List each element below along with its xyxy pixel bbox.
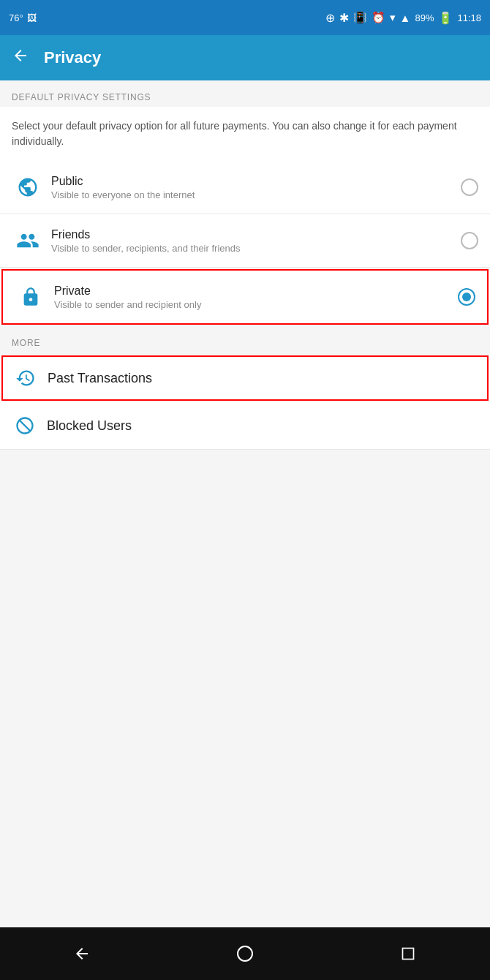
battery-icon: 🔋 [438,11,453,25]
alarm-icon: ⏰ [372,11,385,24]
past-transactions-title: Past Transactions [48,371,152,386]
blocked-users-icon [12,412,38,439]
public-subtitle: Visible to everyone on the internet [51,189,461,200]
private-subtitle: Visible to sender and recipient only [54,299,458,310]
private-icon [15,281,47,313]
status-bar: 76° 🖼 ⊕ ✱ 📳 ⏰ ▾ ▲ 89% 🔋 11:18 [0,0,490,35]
blocked-users-row[interactable]: Blocked Users [0,402,490,450]
bluetooth-icon: ✱ [339,11,349,25]
more-section-label: MORE [0,326,490,354]
default-section-label: DEFAULT PRIVACY SETTINGS [0,80,490,102]
option-public[interactable]: Public Visible to everyone on the intern… [0,161,490,214]
add-circle-icon: ⊕ [325,11,335,25]
description-text: Select your default privacy option for a… [12,118,478,149]
battery-percent: 89% [415,12,434,23]
private-radio[interactable] [458,288,475,306]
status-left: 76° 🖼 [9,12,37,23]
public-text: Public Visible to everyone on the intern… [51,175,461,200]
private-radio-inner [462,293,471,301]
blocked-users-title: Blocked Users [47,418,132,434]
public-radio[interactable] [461,178,478,196]
back-button[interactable] [12,47,29,69]
nav-home-button[interactable] [223,932,267,976]
description-section: Select your default privacy option for a… [0,107,490,161]
private-text: Private Visible to sender and recipient … [54,284,458,310]
signal-icon: ▲ [400,12,411,24]
svg-point-0 [238,946,252,961]
nav-bar [0,927,490,980]
temp-display: 76° [9,12,23,23]
friends-title: Friends [51,228,461,241]
nav-recent-button[interactable] [386,932,430,976]
private-title: Private [54,284,458,298]
public-icon [12,171,44,203]
friends-text: Friends Visible to sender, recipients, a… [51,228,461,254]
option-friends[interactable]: Friends Visible to sender, recipients, a… [0,214,490,268]
friends-subtitle: Visible to sender, recipients, and their… [51,243,461,254]
page-title: Privacy [44,48,101,67]
vibrate-icon: 📳 [353,11,367,24]
svg-rect-1 [403,949,414,960]
time-display: 11:18 [457,12,481,23]
header: Privacy [0,35,490,80]
option-private[interactable]: Private Visible to sender and recipient … [1,269,489,325]
past-transactions-icon [12,365,39,391]
wifi-icon: ▾ [390,11,396,24]
more-section: Past Transactions Blocked Users [0,355,490,450]
friends-radio[interactable] [461,232,478,249]
status-right: ⊕ ✱ 📳 ⏰ ▾ ▲ 89% 🔋 11:18 [325,11,481,25]
past-transactions-row[interactable]: Past Transactions [1,355,489,401]
photo-icon: 🖼 [27,12,37,23]
content-area: DEFAULT PRIVACY SETTINGS Select your def… [0,80,490,927]
public-title: Public [51,175,461,188]
nav-back-button[interactable] [60,932,104,976]
options-section: Public Visible to everyone on the intern… [0,161,490,325]
friends-icon [12,225,44,257]
